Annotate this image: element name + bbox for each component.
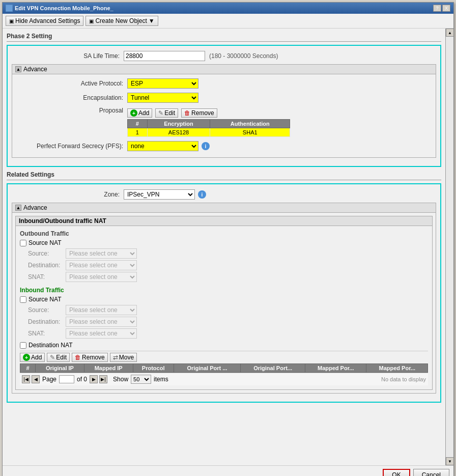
outbound-source-nat-checkbox[interactable] (20, 240, 26, 246)
nat-table-move-button[interactable]: ⇄ Move (110, 353, 137, 362)
sa-lifetime-input[interactable] (124, 51, 205, 61)
page-input[interactable] (59, 375, 74, 383)
proposal-row-1[interactable]: 1 AES128 SHA1 (128, 128, 290, 137)
next-page-button[interactable]: ▶ (90, 375, 98, 383)
inbound-source-nat-checkbox[interactable] (20, 296, 26, 303)
first-page-button[interactable]: |◀ (22, 375, 30, 383)
nat-col-num: # (20, 364, 36, 373)
cancel-button[interactable]: Cancel (413, 469, 449, 476)
toolbar: ▣ Hide Advanced Settings ▣ Create New Ob… (3, 14, 453, 29)
inbound-snat-row: SNAT: Please select one (20, 328, 428, 339)
hide-advanced-label: Hide Advanced Settings (15, 17, 80, 24)
phase2-section: Phase 2 Setting SA Life Time: (180 - 300… (7, 33, 441, 167)
ok-button[interactable]: OK (383, 469, 410, 476)
outbound-source-select[interactable]: Please select one (66, 248, 137, 259)
nat-remove-label: Remove (82, 354, 105, 361)
dest-nat-label: Destination NAT (28, 342, 72, 349)
window-title: Edit VPN Connection Mobile_Phone_ (15, 5, 113, 11)
phase2-advance-header[interactable]: ▲ Advance (12, 65, 436, 74)
zone-info-icon[interactable]: i (198, 190, 206, 199)
inbound-dest-label: Destination: (20, 318, 66, 325)
show-select[interactable]: 50 (131, 375, 151, 384)
edit-pencil-icon: ✎ (158, 109, 163, 117)
proposal-toolbar: + Add ✎ Edit 🗑 (127, 107, 290, 119)
nat-col-mapped-ip: Mapped IP (84, 364, 133, 373)
hide-advanced-button[interactable]: ▣ Hide Advanced Settings (6, 16, 83, 26)
encapsulation-row: Encapsulation: Tunnel (15, 92, 433, 104)
content-scrollbar-area: Phase 2 Setting SA Life Time: (180 - 300… (3, 29, 453, 465)
outbound-source-nat-label: Source NAT (28, 239, 61, 246)
related-advance-content: Inbound/Outbound traffic NAT Outbound Tr… (12, 213, 436, 393)
inbound-dest-select[interactable]: Please select one (66, 317, 137, 327)
related-section: Related Settings Zone: IPSec_VPN i (7, 171, 441, 403)
create-new-object-button[interactable]: ▣ Create New Object ▼ (86, 16, 158, 26)
phase2-advance-content: Active Protocol: ESP Encapsulation: Tunn… (12, 74, 436, 157)
pagination-row: |◀ ◀ Page of 0 ▶ ▶| Show (20, 373, 428, 385)
proposal-remove-label: Remove (191, 109, 214, 117)
pfs-select[interactable]: none (127, 141, 198, 151)
pagination-left: |◀ ◀ Page of 0 ▶ ▶| Show (22, 375, 168, 384)
close-button[interactable]: X (442, 5, 450, 12)
active-protocol-row: Active Protocol: ESP (15, 77, 433, 90)
nat-section: Inbound/Outbound traffic NAT Outbound Tr… (15, 216, 433, 390)
zone-row: Zone: IPSec_VPN i (12, 188, 436, 201)
proposal-table: # Encryption Authentication 1 (127, 119, 290, 137)
nat-content: Outbound Traffic Source NAT Source: (16, 226, 432, 389)
dest-nat-checkbox[interactable] (20, 342, 26, 349)
proposal-edit-label: Edit (164, 109, 175, 117)
phase2-collapse-icon: ▲ (15, 66, 21, 72)
nat-col-protocol: Protocol (133, 364, 174, 373)
of-label: of 0 (77, 376, 87, 383)
prev-page-button[interactable]: ◀ (32, 375, 40, 383)
related-advance-header[interactable]: ▲ Advance (12, 203, 436, 213)
proposal-cell-num: 1 (128, 128, 148, 137)
scroll-down-arrow[interactable]: ▼ (446, 457, 454, 465)
inbound-source-nat-label: Source NAT (28, 296, 61, 303)
sa-lifetime-row: SA Life Time: (180 - 3000000 Seconds) (12, 50, 436, 62)
outbound-dest-label: Destination: (20, 262, 66, 269)
items-label: items (154, 376, 168, 383)
phase2-title: Phase 2 Setting (7, 33, 441, 42)
create-new-icon: ▣ (89, 18, 94, 24)
outbound-snat-label: SNAT: (20, 273, 66, 281)
phase2-box: SA Life Time: (180 - 3000000 Seconds) ▲ … (7, 45, 441, 167)
last-page-button[interactable]: ▶| (99, 375, 107, 383)
nat-table-edit-button[interactable]: ✎ Edit (47, 353, 70, 362)
outbound-source-row: Source: Please select one (20, 248, 428, 259)
help-button[interactable]: ? (433, 5, 441, 12)
encapsulation-select[interactable]: Tunnel (127, 93, 198, 103)
outbound-dest-row: Destination: Please select one (20, 260, 428, 270)
sa-lifetime-hint: (180 - 3000000 Seconds) (209, 52, 278, 60)
proposal-row: Proposal + Add (15, 106, 433, 138)
nat-col-mapped-port2: Mapped Por... (366, 364, 428, 373)
inbound-snat-select[interactable]: Please select one (66, 328, 137, 339)
footer-bar: OK Cancel (3, 465, 453, 476)
proposal-remove-button[interactable]: 🗑 Remove (181, 108, 217, 118)
scroll-up-arrow[interactable]: ▲ (446, 29, 454, 37)
nat-table-remove-button[interactable]: 🗑 Remove (72, 353, 108, 362)
related-title: Related Settings (7, 171, 441, 180)
inbound-title: Inbound Traffic (20, 287, 428, 294)
nat-col-orig-port1: Original Port ... (174, 364, 240, 373)
remove-trash-icon: 🗑 (184, 109, 190, 117)
zone-select[interactable]: IPSec_VPN (124, 189, 195, 200)
proposal-add-button[interactable]: + Add (127, 108, 152, 118)
active-protocol-select[interactable]: ESP (127, 78, 198, 89)
nat-table-toolbar: + Add ✎ Edit 🗑 (20, 351, 428, 363)
nat-table-add-button[interactable]: + Add (20, 353, 45, 362)
no-data-text: No data to display (381, 376, 426, 382)
nat-add-circle-icon: + (23, 354, 30, 361)
pfs-info-icon[interactable]: i (202, 142, 210, 150)
outbound-dest-select[interactable]: Please select one (66, 260, 137, 270)
inbound-source-nat-row: Source NAT (20, 296, 428, 303)
related-box: Zone: IPSec_VPN i ▲ Advance (7, 183, 441, 403)
phase2-advance-label: Advance (23, 66, 47, 73)
create-new-arrow: ▼ (149, 17, 155, 24)
outbound-snat-select[interactable]: Please select one (66, 272, 137, 282)
nat-col-mapped-port1: Mapped Por... (305, 364, 366, 373)
add-circle-icon: + (130, 109, 137, 117)
proposal-edit-button[interactable]: ✎ Edit (155, 108, 178, 118)
inbound-dest-row: Destination: Please select one (20, 317, 428, 327)
inbound-source-select[interactable]: Please select one (66, 305, 137, 315)
outbound-title: Outbound Traffic (20, 230, 428, 237)
